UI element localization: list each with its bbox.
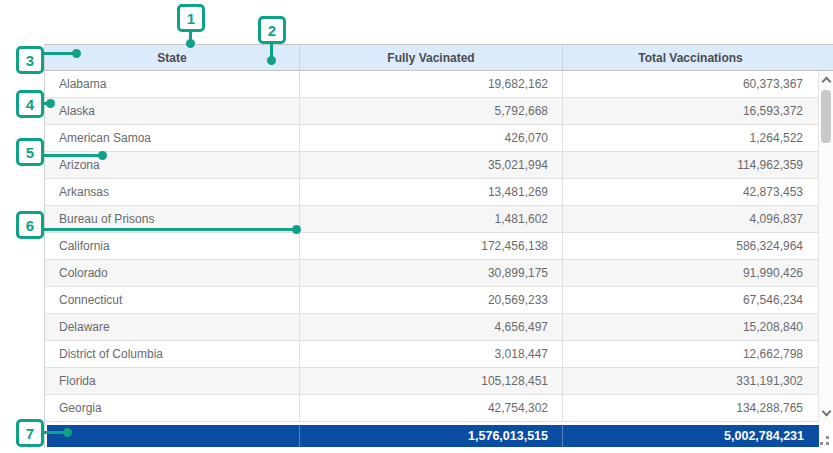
cell-fully-vaccinated: 20,569,233 xyxy=(300,287,563,313)
summary-cell-state xyxy=(47,425,300,447)
cell-fully-vaccinated: 426,070 xyxy=(300,125,563,151)
callout-2-number: 2 xyxy=(268,22,276,39)
table-row[interactable]: Alaska 5,792,668 16,593,372 xyxy=(45,98,833,125)
resize-grip-icon[interactable] xyxy=(826,436,829,439)
cell-state: Arkansas xyxy=(45,179,300,205)
callout-5-connector-line xyxy=(42,154,102,157)
cell-total-vaccinations: 42,873,453 xyxy=(563,179,833,205)
table-row[interactable]: California 172,456,138 586,324,964 xyxy=(45,233,833,260)
callout-1-badge: 1 xyxy=(177,4,205,32)
cell-fully-vaccinated: 4,656,497 xyxy=(300,314,563,340)
cell-total-vaccinations: 91,990,426 xyxy=(563,260,833,286)
callout-6-connector-dot xyxy=(292,225,301,234)
callout-5-number: 5 xyxy=(26,144,34,161)
cell-fully-vaccinated: 13,481,269 xyxy=(300,179,563,205)
cell-total-vaccinations: 114,962,359 xyxy=(563,152,833,178)
cell-total-vaccinations: 1,264,522 xyxy=(563,125,833,151)
table-row[interactable]: Connecticut 20,569,233 67,546,234 xyxy=(45,287,833,314)
callout-7-badge: 7 xyxy=(16,419,44,447)
attribute-table-widget: State Fully Vacinated Total Vaccinations… xyxy=(44,44,833,447)
cell-total-vaccinations: 67,546,234 xyxy=(563,287,833,313)
cell-total-vaccinations: 12,662,798 xyxy=(563,341,833,367)
table-row[interactable]: Delaware 4,656,497 15,208,840 xyxy=(45,314,833,341)
callout-4-connector-dot xyxy=(46,99,55,108)
cell-state: Colorado xyxy=(45,260,300,286)
callout-4-badge: 4 xyxy=(16,90,44,118)
callout-3-connector-line xyxy=(42,52,74,55)
cell-total-vaccinations: 134,288,765 xyxy=(563,395,833,421)
cell-state: Connecticut xyxy=(45,287,300,313)
table-row[interactable]: Georgia 42,754,302 134,288,765 xyxy=(45,395,833,422)
cell-fully-vaccinated: 172,456,138 xyxy=(300,233,563,259)
table-body: Alabama 19,682,162 60,373,367 Alaska 5,7… xyxy=(45,71,833,422)
callout-6-badge: 6 xyxy=(16,211,44,239)
cell-state: Delaware xyxy=(45,314,300,340)
cell-fully-vaccinated: 42,754,302 xyxy=(300,395,563,421)
callout-3-badge: 3 xyxy=(16,46,44,74)
callout-7-number: 7 xyxy=(26,425,34,442)
vertical-scrollbar[interactable] xyxy=(818,71,833,422)
column-header-fully-vaccinated[interactable]: Fully Vacinated xyxy=(300,45,563,70)
cell-state: District of Columbia xyxy=(45,341,300,367)
table-row[interactable]: Arkansas 13,481,269 42,873,453 xyxy=(45,179,833,206)
summary-total-row: 1,576,013,515 5,002,784,231 xyxy=(47,425,819,447)
cell-total-vaccinations: 586,324,964 xyxy=(563,233,833,259)
table-header-row: State Fully Vacinated Total Vaccinations xyxy=(45,45,833,71)
scrollbar-thumb[interactable] xyxy=(821,90,831,143)
callout-1-number: 1 xyxy=(187,10,195,27)
callout-3-number: 3 xyxy=(26,52,34,69)
cell-total-vaccinations: 60,373,367 xyxy=(563,71,833,97)
cell-fully-vaccinated: 105,128,451 xyxy=(300,368,563,394)
table-row[interactable]: Florida 105,128,451 331,191,302 xyxy=(45,368,833,395)
table-row[interactable]: Arizona 35,021,994 114,962,359 xyxy=(45,152,833,179)
cell-fully-vaccinated: 1,481,602 xyxy=(300,206,563,232)
cell-total-vaccinations: 15,208,840 xyxy=(563,314,833,340)
cell-state: Florida xyxy=(45,368,300,394)
callout-2-badge: 2 xyxy=(258,16,286,44)
cell-fully-vaccinated: 3,018,447 xyxy=(300,341,563,367)
chevron-down-icon[interactable] xyxy=(822,407,832,417)
callout-5-badge: 5 xyxy=(16,138,44,166)
column-header-total-vaccinations[interactable]: Total Vaccinations xyxy=(563,45,833,70)
cell-state: Alabama xyxy=(45,71,300,97)
cell-total-vaccinations: 16,593,372 xyxy=(563,98,833,124)
callout-4-number: 4 xyxy=(26,96,34,113)
cell-fully-vaccinated: 5,792,668 xyxy=(300,98,563,124)
callout-1-connector-dot xyxy=(186,39,195,48)
cell-state: Georgia xyxy=(45,395,300,421)
summary-cell-total-vaccinations: 5,002,784,231 xyxy=(563,425,819,447)
table-row[interactable]: Colorado 30,899,175 91,990,426 xyxy=(45,260,833,287)
cell-total-vaccinations: 4,096,837 xyxy=(563,206,833,232)
column-header-state[interactable]: State xyxy=(45,45,300,70)
cell-fully-vaccinated: 19,682,162 xyxy=(300,71,563,97)
cell-state: Alaska xyxy=(45,98,300,124)
table-row[interactable]: Alabama 19,682,162 60,373,367 xyxy=(45,71,833,98)
callout-3-connector-dot xyxy=(72,49,81,58)
table-row[interactable]: American Samoa 426,070 1,264,522 xyxy=(45,125,833,152)
chevron-up-icon[interactable] xyxy=(822,77,832,87)
cell-total-vaccinations: 331,191,302 xyxy=(563,368,833,394)
cell-state: California xyxy=(45,233,300,259)
cell-fully-vaccinated: 30,899,175 xyxy=(300,260,563,286)
callout-6-connector-line xyxy=(42,228,295,231)
cell-fully-vaccinated: 35,021,994 xyxy=(300,152,563,178)
cell-state: American Samoa xyxy=(45,125,300,151)
callout-2-connector-dot xyxy=(267,56,276,65)
table-row[interactable]: District of Columbia 3,018,447 12,662,79… xyxy=(45,341,833,368)
summary-cell-fully-vaccinated: 1,576,013,515 xyxy=(300,425,563,447)
callout-5-connector-dot xyxy=(98,151,107,160)
callout-7-connector-dot xyxy=(63,428,72,437)
callout-6-number: 6 xyxy=(26,217,34,234)
